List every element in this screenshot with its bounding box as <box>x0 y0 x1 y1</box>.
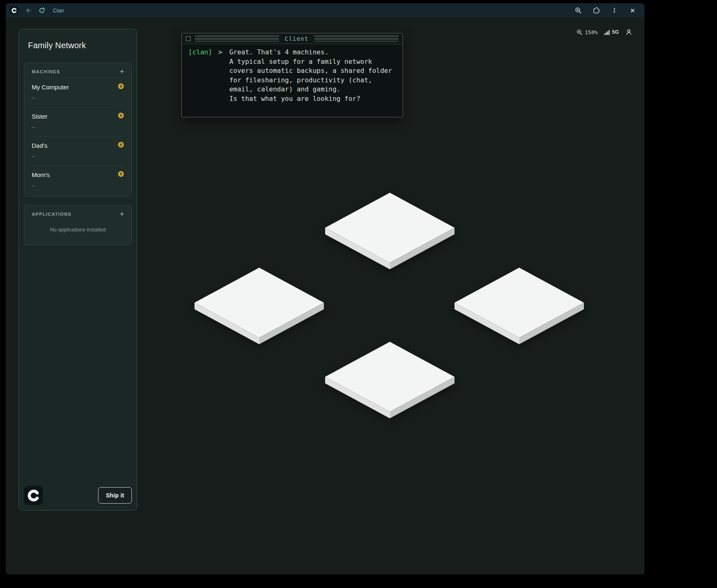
machine-tile-right[interactable] <box>453 268 585 345</box>
terminal-output: [clan] > Great. That's 4 machines. A typ… <box>182 44 403 107</box>
machine-status-placeholder: – <box>32 182 124 189</box>
terminal-prompt: [clan] <box>188 48 212 57</box>
status-indicators: 150% 5G <box>576 29 632 35</box>
app-window: Clan ✕ <box>6 3 644 574</box>
page-title: Clan <box>53 7 64 14</box>
machine-paused-icon <box>118 83 124 91</box>
machine-paused-icon <box>118 112 124 120</box>
zoom-level-value: 150% <box>585 29 598 35</box>
machines-panel: MACHINES + My Computer – <box>24 63 132 197</box>
signal-bars-icon <box>604 29 610 35</box>
zoom-indicator: 150% <box>576 29 598 35</box>
topbar: Clan ✕ <box>6 3 644 17</box>
zoom-in-icon[interactable] <box>573 5 583 16</box>
machine-tile-bottom[interactable] <box>324 342 456 419</box>
applications-empty-text: No applications installed <box>24 220 131 243</box>
client-window-titlebar[interactable]: Client <box>182 33 403 44</box>
machine-status-placeholder: – <box>32 153 124 159</box>
machine-row-moms[interactable]: Mom's – <box>32 166 124 195</box>
close-icon[interactable]: ✕ <box>627 5 638 16</box>
clan-logo[interactable] <box>24 486 43 505</box>
reload-icon[interactable] <box>36 5 47 16</box>
terminal-message: Great. That's 4 machines. A typical setu… <box>229 48 392 103</box>
applications-header: APPLICATIONS <box>32 212 72 217</box>
ship-it-button[interactable]: Ship it <box>98 487 132 504</box>
clan-logo-glyph <box>28 490 40 502</box>
extensions-puzzle-icon[interactable] <box>591 5 602 16</box>
machine-paused-icon <box>118 171 124 179</box>
machine-status-placeholder: – <box>32 124 124 130</box>
user-icon[interactable] <box>626 29 632 35</box>
menu-kebab-icon[interactable] <box>609 5 620 16</box>
applications-panel: APPLICATIONS + No applications installed <box>24 205 132 245</box>
machines-header: MACHINES <box>32 69 60 74</box>
titlebar-stripes <box>195 35 279 42</box>
add-machine-button[interactable]: + <box>120 69 124 75</box>
machine-status-placeholder: – <box>32 95 124 101</box>
clan-favicon-icon <box>10 6 18 14</box>
magnifier-icon <box>576 29 583 35</box>
network-title: Family Network <box>28 41 128 50</box>
titlebar-stripes <box>314 35 398 42</box>
machine-row-dads[interactable]: Dad's – <box>32 136 124 166</box>
terminal-caret: > <box>218 48 223 57</box>
client-window: Client [clan] > Great. That's 4 machines… <box>181 33 403 117</box>
sidebar: Family Network MACHINES + My Computer <box>19 29 137 511</box>
add-application-button[interactable]: + <box>120 211 124 217</box>
terminal-title: Client <box>279 35 314 42</box>
machine-tile-top[interactable] <box>324 193 456 270</box>
network-indicator: 5G <box>604 29 619 35</box>
machine-row-sister[interactable]: Sister – <box>32 107 124 136</box>
machine-tile-left[interactable] <box>193 268 325 345</box>
machine-row-my-computer[interactable]: My Computer – <box>32 78 124 107</box>
network-type-label: 5G <box>612 29 619 35</box>
back-icon[interactable] <box>23 5 34 16</box>
machine-paused-icon <box>118 142 124 149</box>
terminal-close-box[interactable] <box>186 36 191 41</box>
